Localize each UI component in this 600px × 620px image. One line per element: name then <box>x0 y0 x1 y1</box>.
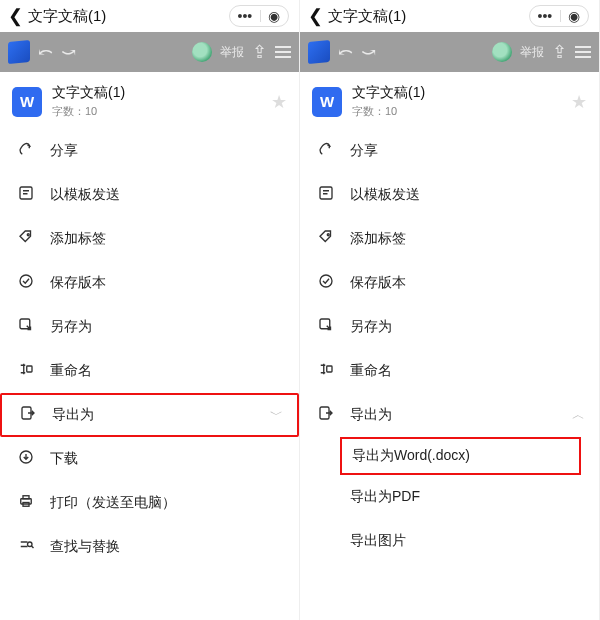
nav-title: 文字文稿(1) <box>26 7 229 26</box>
menu-label: 另存为 <box>350 318 392 336</box>
chevron-down-icon: ﹀ <box>270 406 283 424</box>
target-icon[interactable]: ◉ <box>268 8 280 24</box>
menu-label: 保存版本 <box>350 274 406 292</box>
menu-rename[interactable]: 重命名 <box>0 349 299 393</box>
more-icon[interactable]: ••• <box>538 8 553 24</box>
svg-rect-8 <box>23 495 29 498</box>
menu-rename[interactable]: 重命名 <box>300 349 599 393</box>
save-as-icon <box>314 316 338 339</box>
menu-download[interactable]: 下载 <box>0 437 299 481</box>
svg-point-13 <box>320 275 332 287</box>
check-circle-icon <box>314 272 338 295</box>
print-icon <box>14 492 38 515</box>
svg-rect-15 <box>327 366 332 372</box>
menu-label: 以模板发送 <box>350 186 420 204</box>
menu-save-version[interactable]: 保存版本 <box>0 261 299 305</box>
menu-list: 分享 以模板发送 添加标签 保存版本 另存为 重命名 导出为 ﹀ <box>0 129 299 569</box>
avatar[interactable] <box>192 42 212 62</box>
hamburger-icon[interactable] <box>575 46 591 58</box>
menu-label: 打印（发送至电脑） <box>50 494 176 512</box>
download-icon <box>14 448 38 471</box>
save-as-icon <box>14 316 38 339</box>
app-logo-icon <box>8 40 30 64</box>
menu-label: 分享 <box>350 142 378 160</box>
hamburger-icon[interactable] <box>275 46 291 58</box>
word-doc-icon: W <box>312 87 342 117</box>
doc-title: 文字文稿(1) <box>52 84 125 102</box>
export-image[interactable]: 导出图片 <box>300 519 599 563</box>
sub-label: 导出为Word(.docx) <box>352 447 470 465</box>
template-icon <box>14 184 38 207</box>
capsule-sep <box>260 10 261 22</box>
toolbar: ⤺ ⤻ 举报 ⇪ <box>0 32 299 72</box>
menu-share[interactable]: 分享 <box>0 129 299 173</box>
avatar[interactable] <box>492 42 512 62</box>
rename-icon <box>14 360 38 383</box>
menu-add-tag[interactable]: 添加标签 <box>300 217 599 261</box>
toolbar: ⤺ ⤻ 举报 ⇪ <box>300 32 599 72</box>
menu-label: 重命名 <box>350 362 392 380</box>
menu-export-as[interactable]: 导出为 ︿ <box>300 393 599 437</box>
svg-point-1 <box>27 233 29 235</box>
redo-icon[interactable]: ⤻ <box>361 41 376 63</box>
mini-program-capsule[interactable]: ••• ◉ <box>229 5 289 27</box>
svg-rect-0 <box>20 187 32 199</box>
top-nav: ❮ 文字文稿(1) ••• ◉ <box>300 0 599 32</box>
share-out-icon[interactable]: ⇪ <box>552 41 567 63</box>
export-pdf[interactable]: 导出为PDF <box>300 475 599 519</box>
back-icon[interactable]: ❮ <box>4 5 26 27</box>
more-icon[interactable]: ••• <box>238 8 253 24</box>
chevron-up-icon: ︿ <box>572 406 585 424</box>
check-circle-icon <box>14 272 38 295</box>
rename-icon <box>314 360 338 383</box>
menu-label: 导出为 <box>52 406 94 424</box>
menu-save-version[interactable]: 保存版本 <box>300 261 599 305</box>
export-icon <box>314 404 338 427</box>
export-word[interactable]: 导出为Word(.docx) <box>340 437 581 475</box>
svg-rect-11 <box>320 187 332 199</box>
star-icon[interactable]: ★ <box>571 91 587 113</box>
menu-print[interactable]: 打印（发送至电脑） <box>0 481 299 525</box>
svg-point-12 <box>327 233 329 235</box>
share-icon <box>14 140 38 163</box>
menu-label: 以模板发送 <box>50 186 120 204</box>
doc-header: W 文字文稿(1) 字数：10 ★ <box>300 72 599 129</box>
mini-program-capsule[interactable]: ••• ◉ <box>529 5 589 27</box>
menu-find-replace[interactable]: 查找与替换 <box>0 525 299 569</box>
capsule-sep <box>560 10 561 22</box>
menu-label: 分享 <box>50 142 78 160</box>
export-icon <box>16 404 40 427</box>
menu-label: 导出为 <box>350 406 392 424</box>
sub-label: 导出图片 <box>350 532 406 550</box>
template-icon <box>314 184 338 207</box>
redo-icon[interactable]: ⤻ <box>61 41 76 63</box>
tag-icon <box>14 228 38 251</box>
menu-label: 重命名 <box>50 362 92 380</box>
menu-send-template[interactable]: 以模板发送 <box>0 173 299 217</box>
menu-label: 下载 <box>50 450 78 468</box>
tag-icon <box>314 228 338 251</box>
doc-subtitle: 字数：10 <box>52 104 125 119</box>
menu-save-as[interactable]: 另存为 <box>0 305 299 349</box>
right-pane: ❮ 文字文稿(1) ••• ◉ ⤺ ⤻ 举报 ⇪ W 文字文稿(1) 字数：10… <box>300 0 600 620</box>
undo-icon[interactable]: ⤺ <box>338 41 353 63</box>
svg-rect-4 <box>27 366 32 372</box>
target-icon[interactable]: ◉ <box>568 8 580 24</box>
share-out-icon[interactable]: ⇪ <box>252 41 267 63</box>
find-replace-icon <box>14 536 38 559</box>
menu-label: 保存版本 <box>50 274 106 292</box>
report-link[interactable]: 举报 <box>520 44 544 61</box>
menu-share[interactable]: 分享 <box>300 129 599 173</box>
sub-label: 导出为PDF <box>350 488 420 506</box>
menu-save-as[interactable]: 另存为 <box>300 305 599 349</box>
menu-label: 查找与替换 <box>50 538 120 556</box>
menu-add-tag[interactable]: 添加标签 <box>0 217 299 261</box>
undo-icon[interactable]: ⤺ <box>38 41 53 63</box>
menu-label: 添加标签 <box>50 230 106 248</box>
menu-export-as[interactable]: 导出为 ﹀ <box>0 393 299 437</box>
star-icon[interactable]: ★ <box>271 91 287 113</box>
back-icon[interactable]: ❮ <box>304 5 326 27</box>
nav-title: 文字文稿(1) <box>326 7 529 26</box>
report-link[interactable]: 举报 <box>220 44 244 61</box>
menu-send-template[interactable]: 以模板发送 <box>300 173 599 217</box>
